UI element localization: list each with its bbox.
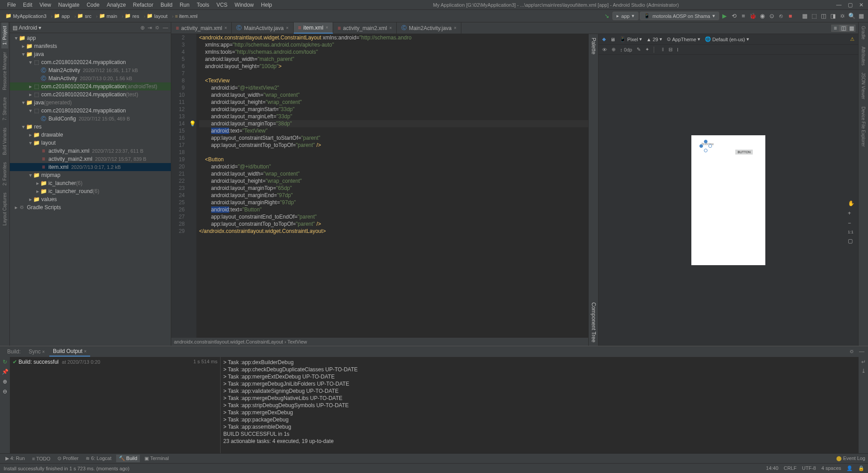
tree-row[interactable]: ▸📁drawable — [10, 131, 171, 139]
tree-row[interactable]: ≡activity_main2.xml2020/7/12 15:57, 839 … — [10, 155, 171, 163]
maximize-icon[interactable]: ▢ — [848, 2, 853, 8]
pan-icon[interactable]: ✋ — [848, 200, 855, 206]
right-tool-tab[interactable]: JSON Viewer — [860, 69, 867, 103]
tree-row[interactable]: ▸📁values — [10, 195, 171, 203]
guideline-icon[interactable]: I — [677, 47, 678, 52]
minimize-icon[interactable]: — — [836, 2, 842, 8]
right-tool-tab[interactable]: Device File Explorer — [860, 103, 867, 150]
tree-row[interactable]: ▾📁app — [10, 34, 171, 42]
caret-position[interactable]: 14:40 — [766, 465, 779, 471]
menu-refactor[interactable]: Refactor — [130, 1, 157, 9]
menu-navigate[interactable]: Navigate — [55, 1, 83, 9]
editor-tab[interactable]: ⒸMain2Activity.java× — [397, 22, 461, 34]
profile-icon[interactable]: ⊙ — [768, 12, 776, 20]
resource-icon[interactable]: ◨ — [829, 12, 837, 20]
tree-row[interactable]: ▾📁res — [10, 123, 171, 131]
pack-icon[interactable]: ⊟ — [668, 47, 673, 52]
layout-preview[interactable]: TextView BUTTON — [691, 135, 765, 265]
tree-row[interactable]: ▸⬚com.c201801020224.myapplication (test) — [10, 90, 171, 99]
run-icon[interactable]: ▶ — [720, 12, 729, 20]
view-design-icon[interactable]: ▦ — [847, 25, 855, 32]
apply-changes-icon[interactable]: ⟲ — [730, 12, 738, 20]
clear-constraints-icon[interactable]: ✎ — [637, 47, 641, 52]
orientation-icon[interactable]: 🖥 — [610, 37, 615, 42]
locale-select[interactable]: 🌐 Default (en-us) ▾ — [705, 36, 749, 42]
editor-tab[interactable]: ≡item.xml× — [294, 22, 334, 34]
tree-row[interactable]: ▸📁ic_launcher_round (6) — [10, 187, 171, 195]
menu-edit[interactable]: Edit — [19, 1, 36, 9]
tool-window-button[interactable]: ≋ 6: Logcat — [83, 455, 114, 462]
left-tool-tab[interactable]: Resource Manager — [1, 48, 8, 94]
tree-row[interactable]: ▾⬚com.c201801020224.myapplication — [10, 58, 171, 66]
locate-icon[interactable]: ⊕ — [140, 25, 145, 31]
tool-window-button[interactable]: 🔨 Build — [116, 455, 140, 462]
project-tree[interactable]: ▾📁app▸📁manifests▾📁java▾⬚com.c20180102022… — [10, 33, 171, 346]
palette-tab[interactable]: Palette — [590, 34, 598, 58]
sync-icon[interactable]: ↘ — [603, 12, 611, 20]
tree-row[interactable]: ≡item.xml2020/7/13 0:17, 1.2 kB — [10, 163, 171, 171]
tree-row[interactable]: ⒸMain2Activity2020/7/12 16:35, 1.17 kB — [10, 66, 171, 74]
menu-file[interactable]: File — [4, 1, 19, 9]
infer-icon[interactable]: ✦ — [645, 47, 649, 52]
tree-row[interactable]: ▸⛭Gradle Scripts — [10, 203, 171, 211]
tree-row[interactable]: ⒸBuildConfig2020/7/12 15:05, 469 B — [10, 115, 171, 123]
tree-row[interactable]: ▸⬚com.c201801020224.myapplication (andro… — [10, 82, 171, 90]
menu-build[interactable]: Build — [157, 1, 176, 9]
tree-row[interactable]: ▾📁java (generated) — [10, 99, 171, 107]
device-combo[interactable]: 📱 motorola AOSP on Shama ▾ — [640, 12, 719, 20]
menu-help[interactable]: Help — [257, 1, 276, 9]
expand-icon[interactable]: ⊕ — [3, 378, 7, 385]
crumb-5[interactable]: › 📁 layout — [142, 12, 169, 20]
tree-row[interactable]: ▾📁mipmap — [10, 171, 171, 179]
tool-window-button[interactable]: ▶ 4: Run — [3, 455, 27, 462]
debug-icon[interactable]: 🐞 — [749, 12, 757, 20]
menu-analyze[interactable]: Analyze — [103, 1, 130, 9]
warning-icon[interactable]: ⚠ — [850, 36, 855, 42]
memory-icon[interactable]: 🔒 — [858, 465, 864, 471]
layout-inspector-icon[interactable]: ◫ — [820, 12, 828, 20]
zoom-out-icon[interactable]: − — [848, 220, 855, 226]
api-select[interactable]: ▲ 29 ▾ — [647, 36, 662, 42]
align-icon[interactable]: ⫴ — [662, 47, 664, 52]
left-tool-tab[interactable]: 1: Project — [1, 22, 8, 48]
account-icon[interactable]: ▦ — [857, 12, 865, 20]
line-separator[interactable]: CRLF — [784, 465, 797, 471]
rerun-icon[interactable]: ↻ — [3, 359, 7, 365]
file-encoding[interactable]: UTF-8 — [802, 465, 816, 471]
hide-icon[interactable]: — — [163, 25, 168, 31]
pin-icon[interactable]: 📌 — [2, 369, 9, 375]
sync-tab[interactable]: Sync × — [25, 347, 48, 356]
menu-code[interactable]: Code — [83, 1, 103, 9]
editor-tab[interactable]: ≡activity_main.xml× — [171, 22, 232, 34]
left-tool-tab[interactable]: 7: Structure — [1, 94, 8, 124]
scroll-end-icon[interactable]: ⤓ — [861, 368, 866, 374]
left-tool-tab[interactable]: Build Variants — [1, 124, 8, 159]
eye-icon[interactable]: 👁 — [602, 47, 607, 52]
crumb-4[interactable]: › 📁 res — [120, 12, 141, 20]
sdk-icon[interactable]: ⬚ — [810, 12, 818, 20]
tool-window-button[interactable]: ▣ Terminal — [142, 455, 171, 462]
tree-row[interactable]: ≡activity_main.xml2020/7/12 23:37, 611 B — [10, 147, 171, 155]
tree-row[interactable]: ▾📁layout — [10, 139, 171, 147]
code-editor[interactable]: <androidx.constraintlayout.widget.Constr… — [196, 34, 588, 338]
settings-icon[interactable]: ⛭ — [838, 12, 846, 20]
component-tree-tab[interactable]: Component Tree — [590, 299, 598, 346]
left-tool-tab[interactable]: 2: Favorites — [1, 159, 8, 189]
crumb-6[interactable]: › ≡ item.xml — [170, 13, 199, 20]
right-tool-tab[interactable]: Gradle — [860, 22, 867, 43]
stop-icon[interactable]: ■ — [786, 12, 794, 20]
view-code-icon[interactable]: ≡ — [831, 25, 839, 32]
menu-tools[interactable]: Tools — [193, 1, 213, 9]
event-log-button[interactable]: ⬤ Event Log — [836, 456, 865, 461]
tool-window-button[interactable]: ⊙ Profiler — [55, 455, 81, 462]
zoom-fit-icon[interactable]: 1:1 — [848, 230, 855, 234]
tool-window-button[interactable]: ≡ TODO — [29, 455, 53, 462]
menu-view[interactable]: View — [36, 1, 55, 9]
crumb-2[interactable]: › 📁 src — [73, 12, 93, 20]
view-split-icon[interactable]: ◫ — [839, 25, 847, 32]
device-select[interactable]: 📱 Pixel ▾ — [620, 36, 642, 42]
menu-window[interactable]: Window — [231, 1, 257, 9]
run-config-combo[interactable]: ▸ app ▾ — [612, 12, 638, 20]
build-tree[interactable]: ✔ Build: successful at 2020/7/13 0:20 1 … — [10, 357, 221, 453]
tree-row[interactable]: ▸📁ic_launcher (6) — [10, 179, 171, 187]
